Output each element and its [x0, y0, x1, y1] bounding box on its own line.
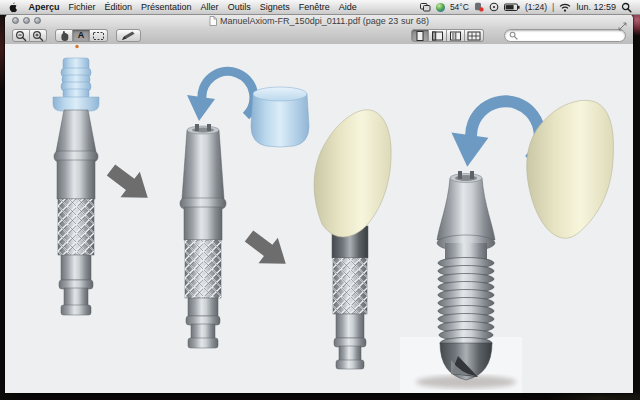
single-page-icon — [414, 30, 426, 42]
apple-icon — [8, 2, 18, 13]
hand-icon — [58, 30, 70, 42]
window-title: ManuelAxiom-FR_150dpi_0111.pdf (page 23 … — [5, 14, 633, 27]
move-tool-button[interactable] — [55, 29, 73, 42]
window-title-text: ManuelAxiom-FR_150dpi_0111.pdf (page 23 … — [220, 16, 429, 26]
apple-menu[interactable] — [0, 2, 24, 13]
document-icon — [209, 16, 217, 26]
notification-icon[interactable] — [474, 2, 484, 12]
toolbar: A — [5, 27, 633, 45]
diagonal-arrows-icon — [618, 22, 627, 31]
rotate-arrow-small — [187, 71, 254, 121]
resize-widget[interactable] — [618, 17, 627, 35]
temperature-label[interactable]: 54°C — [450, 2, 469, 12]
implant-4-screw — [437, 171, 495, 380]
preview-window: ManuelAxiom-FR_150dpi_0111.pdf (page 23 … — [5, 14, 633, 393]
rotate-arrow-large — [451, 101, 539, 167]
implant-2-open — [180, 124, 226, 348]
step-arrow-1 — [101, 157, 157, 210]
pdf-page[interactable] — [5, 44, 633, 393]
view-content-only-button[interactable] — [411, 29, 429, 42]
view-contact-sheet-button[interactable] — [465, 29, 484, 42]
crown-attached — [314, 110, 391, 237]
zoom-out-button[interactable] — [12, 29, 30, 42]
magnifier-minus-icon — [15, 30, 27, 42]
spaces-icon[interactable] — [420, 3, 431, 12]
zoom-in-button[interactable] — [30, 29, 47, 42]
healing-cap-detached — [251, 87, 309, 147]
clock-label[interactable]: lun. 12:59 — [576, 2, 616, 12]
menu-item-fichier[interactable]: Fichier — [64, 0, 100, 14]
weather-icon[interactable] — [436, 3, 445, 12]
view-toc-button[interactable] — [447, 29, 465, 42]
title-bar[interactable]: ManuelAxiom-FR_150dpi_0111.pdf (page 23 … — [5, 14, 633, 27]
text-tool-button[interactable]: A — [73, 29, 90, 42]
step-arrow-2 — [239, 223, 295, 276]
view-thumbnails-button[interactable] — [429, 29, 447, 42]
pencil-icon — [121, 30, 136, 41]
marquee-icon — [92, 30, 105, 42]
implant-3-with-crown — [314, 110, 391, 369]
menu-item-fenetre[interactable]: Fenêtre — [294, 0, 334, 14]
screw-threads — [438, 258, 494, 349]
page-artifact-dot — [75, 45, 78, 48]
menu-item-signets[interactable]: Signets — [255, 0, 294, 14]
status-separator: | — [552, 2, 554, 12]
search-field[interactable] — [504, 29, 626, 42]
magnifier-plus-icon — [32, 30, 44, 42]
implant-1-body — [54, 110, 98, 315]
healing-cap-attached — [53, 58, 99, 111]
menu-item-presentation[interactable]: Présentation — [137, 0, 197, 14]
sync-icon[interactable] — [489, 2, 499, 12]
implant-1-with-cap — [53, 58, 99, 315]
text-tool-label: A — [78, 31, 85, 40]
tool-group: A — [55, 29, 108, 42]
menu-bar-left: Aperçu Fichier Édition Présentation Alle… — [0, 0, 361, 14]
view-mode-group — [411, 29, 484, 42]
menu-item-edition[interactable]: Édition — [100, 0, 137, 14]
sidebar-list-icon — [449, 30, 462, 42]
menu-item-aide[interactable]: Aide — [334, 0, 361, 14]
battery-time-label[interactable]: (1:24) — [525, 2, 547, 12]
menu-item-aller[interactable]: Aller — [196, 0, 223, 14]
battery-icon[interactable] — [504, 3, 520, 12]
implant-workflow-figure — [5, 44, 633, 393]
wifi-icon[interactable] — [559, 3, 571, 12]
annotate-button[interactable] — [116, 29, 141, 42]
menu-item-outils[interactable]: Outils — [223, 0, 255, 14]
search-icon — [509, 31, 518, 40]
spotlight-icon[interactable] — [621, 2, 632, 13]
menu-bar: Aperçu Fichier Édition Présentation Alle… — [0, 0, 640, 15]
contact-sheet-icon — [467, 30, 481, 42]
sidebar-page-icon — [431, 30, 444, 42]
menu-bar-status: 54°C (1:24) | lun. 12:59 — [420, 0, 640, 14]
zoom-group — [12, 29, 47, 42]
menu-item-apercu[interactable]: Aperçu — [24, 0, 64, 14]
select-tool-button[interactable] — [90, 29, 108, 42]
